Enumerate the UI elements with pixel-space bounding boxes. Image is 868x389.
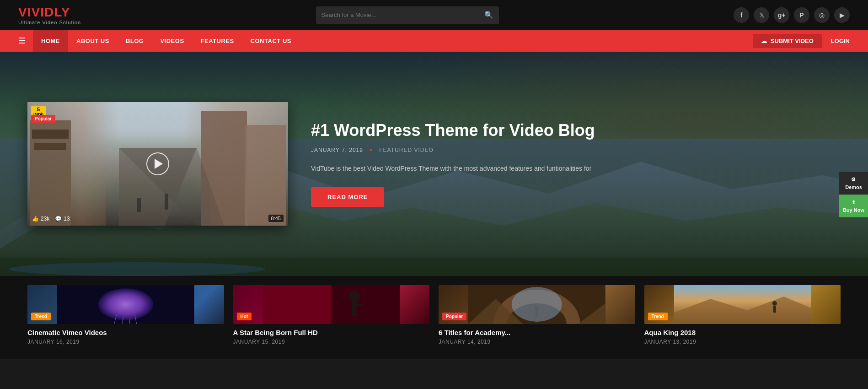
meta-separator: •: [370, 146, 373, 154]
login-link[interactable]: LOGIN: [831, 38, 850, 44]
svg-rect-8: [34, 143, 66, 150]
thumbnails-grid: Trend Cinematic Vimeo Videos JANUARY 16,…: [27, 285, 841, 345]
hero-content: 5 IMDb Popular 👍 23k 💬 13 8:45 #1 WordPr…: [0, 52, 868, 276]
thumb-tag-2: Popular: [442, 313, 466, 320]
nav-blog[interactable]: BLOG: [118, 30, 152, 52]
hero-info: #1 WordPress Theme for Video Blog JANUAR…: [288, 107, 841, 221]
social-pinterest[interactable]: P: [794, 7, 809, 23]
logo-text: VIVIDLY: [18, 5, 81, 20]
thumb-card-3[interactable]: Trend Aqua King 2018 JANUARY 13, 2019: [644, 285, 841, 345]
top-bar: VIVIDLY Ultimate Video Solution 🔍 f 𝕏 g+…: [0, 0, 868, 30]
nav-left: ☰ HOME ABOUT US BLOG VIDEOS FEATURES CON…: [18, 30, 300, 52]
social-youtube[interactable]: ▶: [834, 7, 850, 23]
thumb-card-0[interactable]: Trend Cinematic Vimeo Videos JANUARY 16,…: [27, 285, 224, 345]
thumb-svg-0: [27, 285, 224, 324]
thumb-title-1: A Star Being Born Full HD: [233, 329, 430, 336]
nav-right: ☁ SUBMIT VIDEO LOGIN: [753, 34, 850, 48]
nav-features[interactable]: FEATURES: [193, 30, 242, 52]
cloud-upload-icon: ☁: [761, 38, 767, 44]
featured-video-card[interactable]: 5 IMDb Popular 👍 23k 💬 13 8:45: [27, 102, 288, 226]
svg-rect-24: [352, 302, 356, 316]
logo-part1: VIVID: [18, 5, 54, 19]
featured-title: #1 WordPress Theme for Video Blog: [311, 121, 818, 140]
thumb-tag-1: Hot: [237, 313, 252, 320]
read-more-button[interactable]: READ MORE: [311, 187, 384, 207]
thumb-title-2: 6 Titles for Academy...: [439, 329, 635, 336]
demos-label: Demos: [845, 184, 862, 190]
thumb-svg-1: [233, 285, 430, 324]
thumbnails-section: Trend Cinematic Vimeo Videos JANUARY 16,…: [0, 276, 868, 359]
featured-category: FEATURED VIDEO: [379, 147, 433, 153]
nav-contact[interactable]: CONTACT US: [242, 30, 300, 52]
svg-rect-10: [245, 125, 286, 226]
buy-now-label: Buy Now: [843, 207, 864, 213]
social-facebook[interactable]: f: [734, 7, 749, 23]
gear-icon: ⚙: [851, 177, 856, 183]
svg-point-23: [348, 291, 359, 302]
nav-videos[interactable]: VIDEOS: [152, 30, 192, 52]
thumb-date-2: JANUARY 14, 2019: [439, 339, 635, 345]
thumb-image-2: Popular: [439, 285, 635, 324]
video-meta: 👍 23k 💬 13: [32, 216, 70, 222]
submit-video-label: SUBMIT VIDEO: [771, 38, 814, 44]
svg-rect-22: [263, 285, 331, 324]
thumb-title-3: Aqua King 2018: [644, 329, 841, 336]
svg-point-33: [512, 287, 562, 322]
social-instagram[interactable]: ◎: [814, 7, 830, 23]
thumb-svg-2: [439, 285, 635, 324]
hamburger-icon[interactable]: ☰: [18, 36, 26, 46]
play-button[interactable]: [146, 152, 169, 175]
featured-description: VidTube is the best Video WordPress Them…: [311, 163, 818, 174]
social-icons: f 𝕏 g+ P ◎ ▶: [734, 7, 850, 23]
featured-date: JANUARY 7, 2019: [311, 147, 363, 153]
search-bar[interactable]: 🔍: [316, 6, 499, 24]
thumb-card-2[interactable]: Popular 6 Titles for Academy... JANUARY …: [439, 285, 635, 345]
search-icon[interactable]: 🔍: [484, 11, 493, 19]
thumb-tag-3: Trend: [648, 313, 668, 320]
logo: VIVIDLY Ultimate Video Solution: [18, 5, 81, 25]
video-duration: 8:45: [268, 215, 284, 222]
thumb-image-1: Hot: [233, 285, 430, 324]
thumb-date-0: JANUARY 16, 2019: [27, 339, 224, 345]
buy-now-button[interactable]: ⬆ Buy Now: [839, 195, 868, 217]
arrow-up-icon: ⬆: [852, 200, 856, 205]
side-buttons: ⚙ Demos ⬆ Buy Now: [839, 172, 868, 217]
play-icon: [155, 159, 163, 169]
thumb-image-0: Trend: [27, 285, 224, 324]
thumb-card-1[interactable]: Hot A Star Being Born Full HD JANUARY 15…: [233, 285, 430, 345]
social-twitter[interactable]: 𝕏: [754, 7, 769, 23]
svg-point-36: [772, 301, 777, 306]
hero-section: 5 IMDb Popular 👍 23k 💬 13 8:45 #1 WordPr…: [0, 52, 868, 276]
thumb-svg-3: [644, 285, 841, 324]
featured-meta: JANUARY 7, 2019 • FEATURED VIDEO: [311, 146, 818, 154]
svg-point-16: [98, 288, 153, 320]
svg-rect-13: [137, 198, 141, 212]
demos-button[interactable]: ⚙ Demos: [839, 172, 868, 195]
svg-rect-7: [32, 130, 69, 139]
thumb-title-0: Cinematic Vimeo Videos: [27, 329, 224, 336]
submit-video-button[interactable]: ☁ SUBMIT VIDEO: [753, 34, 822, 48]
popular-badge: Popular: [31, 115, 55, 123]
views-count: 👍 23k: [32, 216, 49, 222]
thumb-tag-0: Trend: [31, 313, 51, 320]
imdb-score: 5: [37, 107, 40, 112]
logo-tagline: Ultimate Video Solution: [18, 20, 81, 25]
comments-count: 💬 13: [55, 216, 70, 222]
logo-part2: LY: [54, 5, 70, 19]
thumb-date-3: JANUARY 13, 2019: [644, 339, 841, 345]
svg-rect-37: [773, 306, 776, 313]
nav-about[interactable]: ABOUT US: [68, 30, 118, 52]
nav-home[interactable]: HOME: [33, 30, 68, 52]
thumb-date-1: JANUARY 15, 2019: [233, 339, 430, 345]
social-googleplus[interactable]: g+: [774, 7, 789, 23]
svg-rect-14: [165, 194, 168, 210]
thumb-image-3: Trend: [644, 285, 841, 324]
nav-bar: ☰ HOME ABOUT US BLOG VIDEOS FEATURES CON…: [0, 30, 868, 52]
search-input[interactable]: [321, 11, 484, 18]
